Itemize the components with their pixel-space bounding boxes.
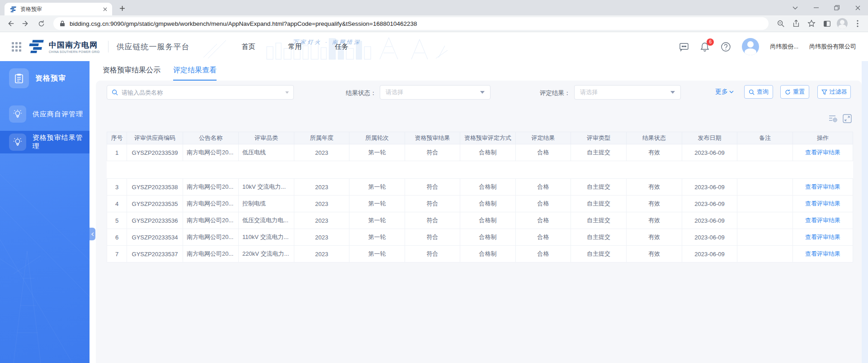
reload-button[interactable]	[34, 17, 48, 30]
company-name[interactable]: 尚纬股份有限公司	[809, 43, 856, 51]
sidebar-item-label: 资格预审结果管理	[33, 134, 90, 151]
table-cell: 符合	[405, 179, 460, 196]
user-name[interactable]: 尚纬股份...	[770, 43, 798, 51]
sidebar-item-supplier-self-evaluation[interactable]: 供应商自评管理	[0, 103, 90, 125]
browser-menu-kebab-icon[interactable]	[851, 17, 864, 30]
table-cell: 第一轮	[349, 144, 405, 161]
tab-prequalification-result-publicity[interactable]: 资格预审结果公示	[103, 66, 160, 81]
browser-tab[interactable]: 资格预审	[5, 3, 112, 15]
window-restore-button[interactable]	[826, 0, 847, 15]
table-cell	[737, 144, 793, 161]
action-cell: 查看评审结果	[793, 179, 853, 196]
fullscreen-icon[interactable]	[843, 114, 852, 123]
result-status-select[interactable]: 请选择	[380, 85, 491, 100]
table-cell: 符合	[405, 196, 460, 212]
tab-evaluation-result-view[interactable]: 评定结果查看	[173, 66, 217, 81]
table-cell: 110kV 交流电力...	[239, 229, 294, 246]
table-cell: 自主提交	[571, 229, 627, 246]
table-body: 1GYSZP20233539南方电网公司20...低压电线2023第一轮符合合格…	[107, 144, 853, 263]
lock-icon[interactable]	[60, 20, 65, 27]
table-cell	[737, 179, 793, 196]
window-menu-chevron-icon[interactable]	[785, 0, 806, 15]
main-content: 资格预审结果公示 评定结果查看 结果状态： 请选择 评定结果： 请选择	[90, 61, 868, 363]
search-dropdown-caret-icon[interactable]	[285, 91, 289, 94]
view-review-result-link[interactable]: 查看评审结果	[805, 250, 840, 257]
view-review-result-link[interactable]: 查看评审结果	[805, 217, 840, 224]
app-header: 万家灯火 · 南网情深 中国南方电网 CHINA SOUTHERN POWER …	[0, 32, 868, 61]
csg-logo-icon	[28, 39, 45, 54]
table-cell: 10kV 交流电力...	[239, 179, 294, 196]
view-review-result-link[interactable]: 查看评审结果	[805, 183, 840, 190]
table-row: 5GYSZP20233536南方电网公司20...低压交流电力电...2023第…	[107, 212, 853, 229]
reset-button[interactable]: 重置	[780, 85, 809, 99]
app-grid-icon[interactable]	[12, 42, 21, 52]
table-cell: 2023	[294, 212, 349, 229]
help-icon[interactable]	[721, 42, 731, 52]
evaluation-result-select[interactable]: 请选择	[574, 85, 681, 100]
table-cell: GYSZP20233539	[127, 144, 183, 161]
column-header: 序号	[107, 132, 127, 144]
table-cell: 合格	[516, 196, 571, 212]
blank-cell	[107, 161, 853, 179]
nav-home[interactable]: 首页	[242, 43, 255, 51]
table-cell: GYSZP20233535	[127, 196, 183, 212]
table-cell: 自主提交	[571, 212, 627, 229]
sidebar-item-prequalification-result-management[interactable]: 资格预审结果管理	[0, 131, 90, 153]
category-search-input[interactable]	[122, 89, 282, 96]
category-search-input-wrap	[107, 85, 294, 100]
browser-profile-avatar[interactable]	[835, 17, 849, 30]
bulb-icon	[9, 105, 26, 123]
table-cell: 2023	[294, 246, 349, 263]
column-settings-icon[interactable]	[828, 114, 838, 123]
tab-close-icon[interactable]	[101, 5, 108, 13]
chevron-down-icon	[670, 91, 675, 94]
table-header: 序号评审供应商编码公告名称评审品类所属年度所属轮次资格预审结果资格预审评定方式评…	[107, 132, 853, 144]
message-icon[interactable]	[679, 42, 689, 52]
column-header: 结果状态	[627, 132, 682, 144]
favicon-csg-icon	[10, 6, 17, 13]
address-bar[interactable]: bidding.csg.cn:9090/gmp/static/gmpweb/wo…	[53, 17, 769, 30]
content-tabs: 资格预审结果公示 评定结果查看	[90, 61, 868, 81]
table-cell: 第一轮	[349, 196, 405, 212]
side-panel-icon[interactable]	[820, 17, 834, 30]
back-button[interactable]	[4, 17, 17, 30]
scrollbar-track[interactable]	[862, 61, 868, 363]
window-minimize-button[interactable]	[806, 0, 826, 15]
table-cell: 合格	[516, 144, 571, 161]
table-cell	[737, 229, 793, 246]
main-nav: 首页 常用 任务	[242, 43, 349, 51]
zoom-out-icon[interactable]	[774, 17, 788, 30]
table-cell: GYSZP20233538	[127, 179, 183, 196]
new-tab-button[interactable]	[116, 2, 128, 14]
sidebar-item-prequalification[interactable]: 资格预审	[0, 61, 90, 88]
view-review-result-link[interactable]: 查看评审结果	[805, 149, 840, 156]
table-cell: 合格制	[460, 229, 516, 246]
filter-button[interactable]: 过滤器	[817, 85, 851, 99]
table-row: 6GYSZP20233534南方电网公司20...110kV 交流电力...20…	[107, 229, 853, 246]
table-cell: 合格	[516, 179, 571, 196]
forward-button[interactable]	[19, 17, 33, 30]
evaluation-result-value: 请选择	[580, 88, 598, 96]
view-review-result-link[interactable]: 查看评审结果	[805, 234, 840, 240]
view-review-result-link[interactable]: 查看评审结果	[805, 200, 840, 207]
table-cell: 合格制	[460, 196, 516, 212]
window-close-button[interactable]	[847, 0, 868, 15]
sidebar-item-label: 资格预审	[35, 74, 66, 83]
table-cell: 南方电网公司20...	[183, 212, 239, 229]
table-cell	[737, 196, 793, 212]
browser-tab-title: 资格预审	[20, 5, 98, 13]
nav-frequent[interactable]: 常用	[288, 43, 302, 51]
notification-bell-icon[interactable]: 6	[700, 42, 710, 52]
nav-tasks[interactable]: 任务	[335, 43, 349, 51]
more-filters-link[interactable]: 更多	[715, 88, 734, 96]
bookmark-star-icon[interactable]	[805, 17, 818, 30]
query-button-label: 查询	[757, 88, 769, 96]
query-button[interactable]: 查询	[744, 85, 773, 99]
table-cell: 第一轮	[349, 229, 405, 246]
share-icon[interactable]	[789, 17, 803, 30]
sidebar-collapse-handle[interactable]	[90, 228, 95, 240]
user-avatar[interactable]	[742, 38, 759, 55]
action-cell: 查看评审结果	[793, 144, 853, 161]
table-cell: 合格	[516, 229, 571, 246]
table-cell: GYSZP20233536	[127, 212, 183, 229]
